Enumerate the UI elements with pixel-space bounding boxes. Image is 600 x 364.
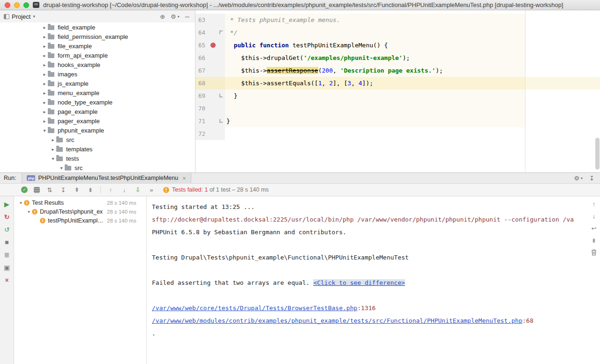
- line-number[interactable]: 71: [198, 115, 205, 127]
- chevron-right-icon[interactable]: ▸: [50, 147, 56, 152]
- code-line[interactable]: * Tests phpunit_example menus.: [225, 14, 600, 26]
- gutter[interactable]: 69: [195, 89, 225, 102]
- project-tree-item[interactable]: ▸pager_example: [0, 116, 195, 126]
- test-tree-item[interactable]: !testPhpUnitExampleM28 s 140 ms: [14, 216, 146, 225]
- close-tab-icon[interactable]: ×: [182, 175, 186, 182]
- gutter[interactable]: 65: [195, 39, 225, 52]
- chevron-right-icon[interactable]: ▸: [41, 25, 48, 30]
- editor-line[interactable]: 63 * Tests phpunit_example menus.: [195, 14, 600, 26]
- chevron-down-icon[interactable]: ▾: [33, 14, 35, 19]
- editor-pane[interactable]: 63 * Tests phpunit_example menus.64 */65…: [195, 10, 600, 172]
- chevron-right-icon[interactable]: ▸: [41, 62, 48, 67]
- run-tab[interactable]: php PHPUnitExampleMenuTest.testPhpUnitEx…: [22, 173, 191, 183]
- gutter[interactable]: 66: [195, 52, 225, 64]
- line-number[interactable]: 67: [198, 64, 205, 77]
- code-line[interactable]: $this->drupalGet('/examples/phpunit-exam…: [225, 52, 600, 64]
- import-test-results-icon[interactable]: ⇩: [134, 186, 142, 193]
- project-tree-item[interactable]: ▸form_api_example: [0, 51, 195, 60]
- expand-all-icon[interactable]: ⇞: [73, 186, 81, 193]
- gear-icon[interactable]: ⚙: [171, 13, 176, 20]
- editor-line[interactable]: 72: [195, 127, 600, 140]
- editor-scrollbar[interactable]: [595, 138, 600, 170]
- line-number[interactable]: 68: [198, 77, 205, 89]
- test-tree-item[interactable]: ▾!Drupal\Tests\phpunit_ex28 s 140 ms: [14, 207, 146, 216]
- test-tree-item[interactable]: ▾!Test Results28 s 140 ms: [14, 198, 146, 207]
- line-number[interactable]: 69: [198, 89, 205, 102]
- fold-marker-icon[interactable]: [219, 94, 223, 97]
- code-line[interactable]: $this->assertResponse(200, 'Description …: [225, 64, 600, 77]
- chevron-right-icon[interactable]: ▸: [41, 72, 48, 77]
- toggle-auto-test-icon[interactable]: ↺: [3, 226, 11, 233]
- project-tree-item[interactable]: ▸src: [0, 135, 195, 144]
- editor-line[interactable]: 68 $this->assertEquals([1, 2], [3, 4]);: [195, 77, 600, 89]
- chevron-right-icon[interactable]: ▸: [50, 137, 56, 142]
- scroll-to-end-icon[interactable]: ⇟: [590, 237, 598, 245]
- chevron-down-icon[interactable]: ▾: [41, 128, 48, 133]
- project-tree-item[interactable]: ▾phpunit_example: [0, 126, 195, 135]
- editor-line[interactable]: 64 */: [195, 26, 600, 39]
- up-stacktrace-icon[interactable]: ↑: [590, 201, 598, 208]
- editor-line[interactable]: 66 $this->drupalGet('/examples/phpunit-e…: [195, 52, 600, 64]
- chevron-down-icon[interactable]: ▾: [50, 156, 56, 161]
- close-window-button[interactable]: [5, 2, 10, 8]
- code-line[interactable]: [225, 102, 600, 115]
- chevron-right-icon[interactable]: ▸: [41, 90, 48, 96]
- project-tree-item[interactable]: ▸hooks_example: [0, 60, 195, 69]
- project-tree-item[interactable]: ▸field_example: [0, 22, 195, 32]
- project-tree-item[interactable]: ▸images: [0, 69, 195, 79]
- editor-line[interactable]: 70: [195, 102, 600, 115]
- clear-console-icon[interactable]: [590, 249, 598, 257]
- project-tree-item[interactable]: ▸js_example: [0, 79, 195, 88]
- project-tree-item[interactable]: ▸page_example: [0, 107, 195, 116]
- line-number[interactable]: 64: [198, 26, 205, 39]
- code-line[interactable]: [225, 127, 600, 140]
- chevron-right-icon[interactable]: ▸: [41, 100, 48, 105]
- chevron-right-icon[interactable]: ▸: [41, 81, 48, 86]
- previous-failed-test-icon[interactable]: ↑: [107, 186, 114, 193]
- locate-file-icon[interactable]: ⊕: [160, 13, 165, 20]
- console-link[interactable]: <Click to see difference>: [313, 279, 405, 286]
- failed-test-gutter-icon[interactable]: [210, 43, 216, 48]
- gutter[interactable]: 68: [195, 77, 225, 89]
- chevron-down-icon[interactable]: ▾: [18, 201, 24, 205]
- stop-icon[interactable]: ■: [3, 238, 11, 246]
- code-line[interactable]: */: [225, 26, 600, 39]
- line-number[interactable]: 70: [198, 102, 205, 115]
- more-options-icon[interactable]: »: [148, 186, 155, 193]
- chevron-down-icon[interactable]: ▾: [178, 15, 180, 19]
- console-link[interactable]: /var/www/web/modules/contrib/examples/ph…: [152, 317, 523, 324]
- code-line[interactable]: }: [225, 89, 600, 102]
- sort-by-duration-icon[interactable]: ↧: [60, 186, 67, 193]
- down-stacktrace-icon[interactable]: ↓: [590, 213, 598, 220]
- gutter[interactable]: 71: [195, 115, 225, 127]
- pin-tab-icon[interactable]: ▣: [3, 264, 11, 271]
- line-number[interactable]: 72: [198, 127, 205, 140]
- next-failed-test-icon[interactable]: ↓: [120, 186, 128, 193]
- gutter[interactable]: 63: [195, 14, 225, 26]
- hide-panel-icon[interactable]: ─: [185, 13, 189, 20]
- console-link[interactable]: /var/www/web/core/tests/Drupal/Tests/Bro…: [152, 305, 357, 312]
- gutter[interactable]: 67: [195, 64, 225, 77]
- project-tree-item[interactable]: ▸file_example: [0, 41, 195, 51]
- gear-icon[interactable]: ⚙: [574, 175, 579, 182]
- project-tree-item[interactable]: ▸templates: [0, 144, 195, 154]
- close-icon[interactable]: ×: [3, 276, 11, 284]
- chevron-down-icon[interactable]: ▾: [26, 209, 32, 214]
- code-line[interactable]: $this->assertEquals([1, 2], [3, 4]);: [225, 77, 600, 89]
- chevron-right-icon[interactable]: ▸: [41, 119, 48, 124]
- fold-marker-icon[interactable]: [219, 119, 223, 123]
- line-number[interactable]: 66: [198, 52, 205, 64]
- chevron-right-icon[interactable]: ▸: [41, 34, 48, 39]
- editor-line[interactable]: 69 }: [195, 89, 600, 102]
- test-history-icon[interactable]: ≣: [3, 251, 11, 259]
- chevron-down-icon[interactable]: ▾: [581, 176, 583, 180]
- editor-line[interactable]: 67 $this->assertResponse(200, 'Descripti…: [195, 64, 600, 77]
- gutter[interactable]: 72: [195, 127, 225, 140]
- line-number[interactable]: 63: [198, 14, 205, 26]
- chevron-right-icon[interactable]: ▸: [41, 109, 48, 114]
- show-passed-icon[interactable]: ✓: [21, 186, 28, 193]
- sort-alphabetically-icon[interactable]: ⇅: [46, 186, 53, 193]
- code-line[interactable]: }: [225, 115, 600, 127]
- editor-line[interactable]: 71}: [195, 115, 600, 127]
- code-line[interactable]: public function testPhpUnitExampleMenu()…: [225, 39, 600, 52]
